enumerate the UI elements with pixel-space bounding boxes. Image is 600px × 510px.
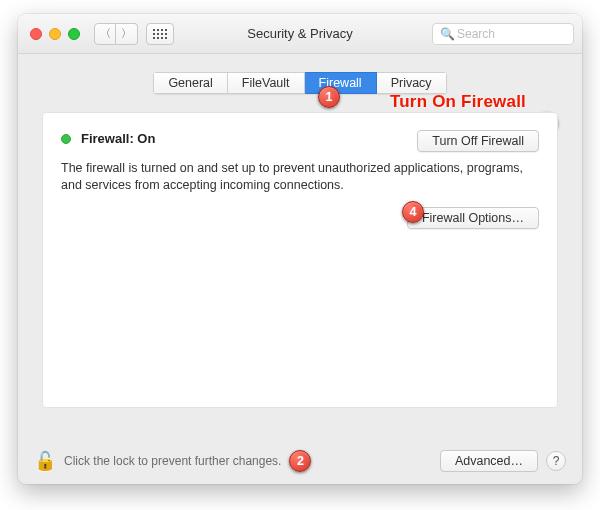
close-icon[interactable] [30,28,42,40]
back-button[interactable]: 〈 [94,23,116,45]
grid-icon [153,29,167,39]
lock-icon[interactable]: 🔓 [34,450,56,472]
minimize-icon[interactable] [49,28,61,40]
tab-firewall[interactable]: Firewall [305,72,377,94]
turn-off-firewall-button[interactable]: Turn Off Firewall [417,130,539,152]
nav-segment: 〈 〉 [94,23,138,45]
tab-general[interactable]: General [153,72,227,94]
content-area: General FileVault Firewall Privacy 1 Tur… [18,54,582,408]
callout-1: 1 [318,86,340,108]
callout-4: 4 [402,201,424,223]
zoom-icon[interactable] [68,28,80,40]
firewall-description: The firewall is turned on and set up to … [61,160,539,194]
chevron-right-icon: 〉 [121,26,132,41]
tab-segment: General FileVault Firewall Privacy [153,72,446,94]
preferences-window: 〈 〉 Security & Privacy 🔍 General FileVau… [18,14,582,484]
callout-2: 2 [289,450,311,472]
tab-filevault[interactable]: FileVault [228,72,305,94]
titlebar: 〈 〉 Security & Privacy 🔍 [18,14,582,54]
advanced-button[interactable]: Advanced… [440,450,538,472]
status-dot-icon [61,134,71,144]
footer: 🔓 Click the lock to prevent further chan… [34,450,566,472]
firewall-status-label: Firewall: On [81,131,155,146]
search-icon: 🔍 [440,27,455,41]
tab-bar: General FileVault Firewall Privacy [34,72,566,94]
show-all-button[interactable] [146,23,174,45]
turn-on-hint: Turn On Firewall [390,92,526,112]
window-controls [30,28,80,40]
forward-button[interactable]: 〉 [116,23,138,45]
lock-hint-text: Click the lock to prevent further change… [64,454,281,468]
firewall-options-button[interactable]: Firewall Options… [407,207,539,229]
firewall-panel: Firewall: On Turn Off Firewall The firew… [42,112,558,408]
chevron-left-icon: 〈 [100,26,111,41]
search-wrap: 🔍 [432,23,574,45]
help-button[interactable]: ? [546,451,566,471]
tab-privacy[interactable]: Privacy [377,72,447,94]
